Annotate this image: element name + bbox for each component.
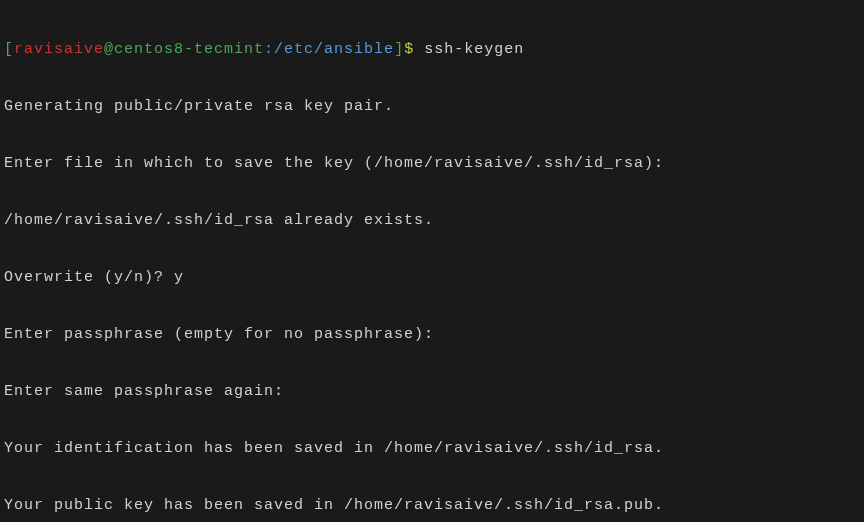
output-line: Overwrite (y/n)? y (4, 268, 860, 287)
bracket-open: [ (4, 41, 14, 58)
prompt-user: ravisaive (14, 41, 104, 58)
output-line: Enter same passphrase again: (4, 382, 860, 401)
output-line: /home/ravisaive/.ssh/id_rsa already exis… (4, 211, 860, 230)
prompt-at: @ (104, 41, 114, 58)
prompt-colon: : (264, 41, 274, 58)
output-line: Your identification has been saved in /h… (4, 439, 860, 458)
output-line: Enter passphrase (empty for no passphras… (4, 325, 860, 344)
prompt-host: centos8-tecmint (114, 41, 264, 58)
prompt-path: /etc/ansible (274, 41, 394, 58)
bracket-close: ] (394, 41, 404, 58)
output-line: Generating public/private rsa key pair. (4, 97, 860, 116)
command-text: ssh-keygen (414, 41, 524, 58)
terminal[interactable]: [ravisaive@centos8-tecmint:/etc/ansible]… (0, 0, 864, 522)
prompt-line-1: [ravisaive@centos8-tecmint:/etc/ansible]… (4, 40, 860, 59)
output-line: Enter file in which to save the key (/ho… (4, 154, 860, 173)
prompt-dollar: $ (404, 41, 414, 58)
output-line: Your public key has been saved in /home/… (4, 496, 860, 515)
